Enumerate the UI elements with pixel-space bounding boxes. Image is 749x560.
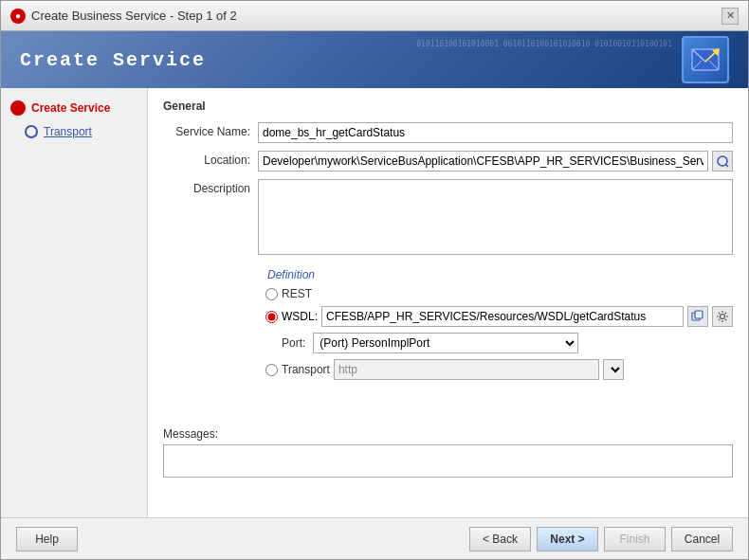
window-title: Create Business Service - Step 1 of 2 xyxy=(31,9,237,23)
location-browse-button[interactable] xyxy=(712,151,733,172)
rest-radio-row: REST xyxy=(265,287,733,300)
transport-input xyxy=(334,359,599,380)
footer-buttons: < Back Next > Finish Cancel xyxy=(469,527,733,551)
general-section-title: General xyxy=(163,99,733,113)
description-textarea[interactable] xyxy=(258,179,733,255)
footer: Help < Back Next > Finish Cancel xyxy=(1,517,748,559)
envelope-icon xyxy=(682,36,729,83)
transport-icon xyxy=(25,125,38,138)
sidebar-create-service-label: Create Service xyxy=(31,101,110,115)
wsdl-input[interactable] xyxy=(321,306,684,327)
content-area: ● Create Service Transport General Servi… xyxy=(1,88,748,517)
location-label: Location: xyxy=(163,151,258,167)
header-icon-area xyxy=(464,31,748,88)
header-title: Create Service xyxy=(20,49,206,71)
location-input-group xyxy=(258,151,733,172)
title-bar: ● Create Business Service - Step 1 of 2 … xyxy=(1,1,748,31)
messages-label: Messages: xyxy=(163,427,733,441)
cancel-button[interactable]: Cancel xyxy=(671,527,733,551)
sidebar-transport-label: Transport xyxy=(44,125,92,138)
definition-section: Definition REST WSDL: xyxy=(163,268,733,380)
app-icon: ● xyxy=(10,9,26,24)
description-label: Description xyxy=(163,179,258,195)
sidebar-item-transport[interactable]: Transport xyxy=(1,120,147,143)
back-button[interactable]: < Back xyxy=(469,527,531,551)
title-bar-left: ● Create Business Service - Step 1 of 2 xyxy=(10,9,237,24)
sidebar-item-create-service[interactable]: ● Create Service xyxy=(1,96,147,120)
location-row: Location: xyxy=(163,151,733,172)
wsdl-label: WSDL: xyxy=(282,310,318,323)
messages-section: Messages: xyxy=(163,427,733,480)
location-input[interactable] xyxy=(258,151,708,172)
service-name-input[interactable] xyxy=(258,122,733,143)
transport-radio-label: Transport xyxy=(282,363,330,376)
header-banner: Create Service 010110100101010001 001011… xyxy=(1,31,748,88)
definition-title: Definition xyxy=(267,268,733,281)
port-label: Port: xyxy=(282,336,305,350)
rest-radio[interactable] xyxy=(265,288,278,300)
wsdl-radio-row: WSDL: xyxy=(265,306,733,327)
port-row: Port: (Port) PersonImplPort xyxy=(163,333,733,353)
rest-label: REST xyxy=(282,287,312,300)
main-panel: General Service Name: Location: xyxy=(148,88,748,517)
messages-textarea[interactable] xyxy=(163,444,733,478)
service-name-row: Service Name: xyxy=(163,122,733,143)
description-row: Description xyxy=(163,179,733,255)
svg-line-6 xyxy=(726,165,729,168)
footer-left: Help xyxy=(16,527,78,551)
next-button[interactable]: Next > xyxy=(537,527,598,551)
svg-point-9 xyxy=(721,315,725,319)
transport-radio[interactable] xyxy=(265,364,278,376)
port-select[interactable]: (Port) PersonImplPort xyxy=(313,333,578,353)
create-service-icon: ● xyxy=(10,100,26,116)
service-name-label: Service Name: xyxy=(163,122,258,138)
close-button[interactable]: ✕ xyxy=(722,8,739,25)
svg-rect-8 xyxy=(695,311,703,318)
transport-radio-row: Transport http xyxy=(265,359,733,380)
transport-dropdown[interactable]: http xyxy=(603,359,624,380)
finish-button[interactable]: Finish xyxy=(604,527,666,551)
wsdl-radio[interactable] xyxy=(265,311,278,323)
main-window: ● Create Business Service - Step 1 of 2 … xyxy=(0,0,749,560)
wsdl-settings-button[interactable] xyxy=(712,306,733,327)
sidebar: ● Create Service Transport xyxy=(1,88,148,517)
wsdl-browse-button[interactable] xyxy=(687,306,708,327)
help-button[interactable]: Help xyxy=(16,527,78,551)
